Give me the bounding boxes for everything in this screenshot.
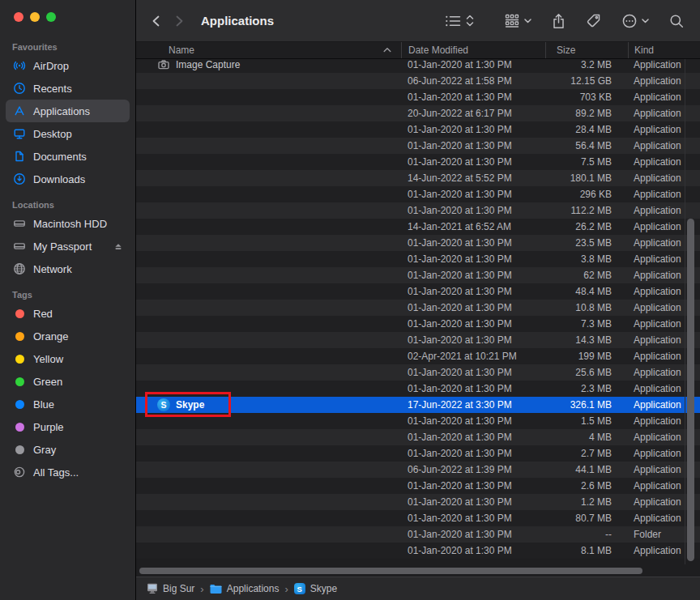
share-icon (552, 13, 566, 29)
breadcrumb-item-applications[interactable]: Applications (210, 583, 280, 594)
table-row-28[interactable]: 01-Jan-2020 at 1:30 PM80.7 MBApplication (136, 510, 700, 526)
airdrop-icon (12, 59, 27, 72)
table-row-23[interactable]: 01-Jan-2020 at 1:30 PM4 MBApplication (136, 429, 700, 445)
breadcrumb-label: Applications (227, 583, 280, 594)
view-arrows-icon (466, 14, 474, 28)
name-cell (136, 251, 401, 267)
file-list: Image Capture01-Jan-2020 at 1:30 PM3.2 M… (136, 59, 700, 559)
table-row-16[interactable]: 01-Jan-2020 at 1:30 PM7.3 MBApplication (136, 316, 700, 332)
sidebar-item-label: All Tags... (33, 466, 79, 479)
sidebar-tag-purple[interactable]: Purple (6, 415, 130, 438)
table-row-8[interactable]: 01-Jan-2020 at 1:30 PM296 KBApplication (136, 186, 700, 202)
sidebar-tag-all-tags[interactable]: All Tags... (6, 461, 130, 483)
back-button[interactable] (151, 15, 161, 28)
table-row-9[interactable]: 01-Jan-2020 at 1:30 PM112.2 MBApplicatio… (136, 202, 700, 219)
date-cell: 14-Jun-2022 at 5:52 PM (401, 170, 545, 186)
scrollbar-track-line (685, 59, 685, 564)
size-cell: 180.1 MB (545, 170, 628, 186)
sidebar-item-documents[interactable]: Documents (6, 145, 130, 168)
column-header-size[interactable]: Size (545, 42, 628, 58)
table-row-6[interactable]: 01-Jan-2020 at 1:30 PM7.5 MBApplication (136, 154, 700, 170)
breadcrumb-item-big-sur[interactable]: Big Sur (147, 583, 194, 594)
table-row-10[interactable]: 14-Jan-2021 at 6:52 AM26.2 MBApplication (136, 219, 700, 235)
table-row-3[interactable]: 20-Jun-2022 at 6:17 PM89.2 MBApplication (136, 105, 700, 121)
sidebar-item-recents[interactable]: Recents (6, 77, 130, 100)
table-row-27[interactable]: 01-Jan-2020 at 1:30 PM1.2 MBApplication (136, 494, 700, 510)
tags-button[interactable] (586, 13, 601, 28)
sidebar-tag-red[interactable]: Red (6, 302, 130, 325)
sidebar-item-my-passport[interactable]: My Passport (6, 235, 130, 257)
table-row-skype[interactable]: SSkype17-Jun-2022 at 3:30 PM326.1 MBAppl… (136, 397, 700, 413)
column-label: Size (557, 45, 575, 56)
table-row-13[interactable]: 01-Jan-2020 at 1:30 PM62 MBApplication (136, 267, 700, 283)
vertical-scrollbar-thumb[interactable] (687, 219, 694, 561)
skype-icon: S (157, 398, 170, 411)
sidebar-item-desktop[interactable]: Desktop (6, 122, 130, 145)
zoom-button[interactable] (46, 12, 56, 22)
table-row-15[interactable]: 01-Jan-2020 at 1:30 PM10.8 MBApplication (136, 300, 700, 316)
table-row-image-capture[interactable]: Image Capture01-Jan-2020 at 1:30 PM3.2 M… (136, 59, 700, 73)
sidebar-item-downloads[interactable]: Downloads (6, 168, 130, 190)
group-button[interactable] (504, 14, 531, 28)
sidebar-tag-gray[interactable]: Gray (6, 438, 130, 461)
table-row-25[interactable]: 06-Jun-2022 at 1:39 PM44.1 MBApplication (136, 462, 700, 478)
sidebar-item-label: My Passport (33, 240, 92, 253)
breadcrumb: Big Sur›Applications›SSkype (147, 583, 337, 595)
date-cell: 06-Jun-2022 at 1:58 PM (401, 73, 545, 89)
date-cell: 01-Jan-2020 at 1:30 PM (401, 235, 545, 251)
table-row-30[interactable]: 01-Jan-2020 at 1:30 PM8.1 MBApplication (136, 543, 700, 559)
kind-cell: Application (628, 73, 700, 89)
size-cell: 80.7 MB (545, 510, 628, 526)
size-cell: 25.6 MB (545, 364, 628, 381)
horizontal-scrollbar-thumb[interactable] (139, 568, 642, 574)
table-row-2[interactable]: 01-Jan-2020 at 1:30 PM703 KBApplication (136, 89, 700, 105)
table-row-19[interactable]: 01-Jan-2020 at 1:30 PM25.6 MBApplication (136, 364, 700, 381)
breadcrumb-label: Big Sur (163, 583, 194, 594)
name-cell (136, 89, 401, 105)
column-header-date-modified[interactable]: Date Modified (401, 42, 545, 58)
date-cell: 17-Jun-2022 at 3:30 PM (401, 397, 545, 413)
sidebar-tag-green[interactable]: Green (6, 370, 130, 393)
sidebar-item-applications[interactable]: Applications (6, 100, 130, 122)
table-row-26[interactable]: 01-Jan-2020 at 1:30 PM2.6 MBApplication (136, 478, 700, 494)
table-row-20[interactable]: 01-Jan-2020 at 1:30 PM2.3 MBApplication (136, 381, 700, 397)
tag-dot-icon (12, 309, 27, 318)
forward-button[interactable] (174, 15, 185, 28)
breadcrumb-item-skype[interactable]: SSkype (294, 583, 337, 594)
table-row-17[interactable]: 01-Jan-2020 at 1:30 PM14.3 MBApplication (136, 332, 700, 348)
sidebar-item-macintosh-hdd[interactable]: Macintosh HDD (6, 212, 130, 235)
table-row-18[interactable]: 02-Apr-2021 at 10:21 PM199 MBApplication (136, 348, 700, 364)
tag-color-dot (15, 355, 24, 364)
sidebar-item-label: Red (33, 308, 53, 320)
name-cell (136, 348, 401, 364)
date-cell: 01-Jan-2020 at 1:30 PM (401, 445, 545, 462)
table-row-1[interactable]: 06-Jun-2022 at 1:58 PM12.15 GBApplicatio… (136, 73, 700, 89)
date-cell: 01-Jan-2020 at 1:30 PM (401, 381, 545, 397)
column-header-kind[interactable]: Kind (628, 42, 700, 58)
close-button[interactable] (14, 12, 23, 22)
sidebar-tag-blue[interactable]: Blue (6, 393, 130, 415)
search-button[interactable] (669, 14, 684, 28)
sidebar-item-network[interactable]: Network (6, 257, 130, 280)
eject-icon[interactable] (113, 241, 123, 251)
size-cell: 112.2 MB (545, 202, 628, 219)
camera-icon (157, 59, 170, 71)
table-row-11[interactable]: 01-Jan-2020 at 1:30 PM23.5 MBApplication (136, 235, 700, 251)
table-row-7[interactable]: 14-Jun-2022 at 5:52 PM180.1 MBApplicatio… (136, 170, 700, 186)
table-row-24[interactable]: 01-Jan-2020 at 1:30 PM2.7 MBApplication (136, 445, 700, 462)
minimize-button[interactable] (30, 12, 40, 22)
sidebar-item-airdrop[interactable]: AirDrop (6, 54, 130, 77)
table-row-22[interactable]: 01-Jan-2020 at 1:30 PM1.5 MBApplication (136, 413, 700, 429)
view-style-button[interactable] (445, 14, 474, 28)
table-row-5[interactable]: 01-Jan-2020 at 1:30 PM56.4 MBApplication (136, 138, 700, 154)
table-row-29[interactable]: 01-Jan-2020 at 1:30 PM--Folder (136, 526, 700, 543)
table-row-12[interactable]: 01-Jan-2020 at 1:30 PM3.8 MBApplication (136, 251, 700, 267)
sidebar-tag-orange[interactable]: Orange (6, 325, 130, 347)
sidebar: FavouritesAirDropRecentsApplicationsDesk… (0, 0, 136, 600)
sidebar-tag-yellow[interactable]: Yellow (6, 347, 130, 370)
column-header-name[interactable]: Name (136, 42, 401, 58)
share-button[interactable] (552, 13, 566, 29)
table-row-4[interactable]: 01-Jan-2020 at 1:30 PM28.4 MBApplication (136, 121, 700, 138)
more-actions-button[interactable] (621, 13, 649, 29)
table-row-14[interactable]: 01-Jan-2020 at 1:30 PM48.4 MBApplication (136, 283, 700, 300)
